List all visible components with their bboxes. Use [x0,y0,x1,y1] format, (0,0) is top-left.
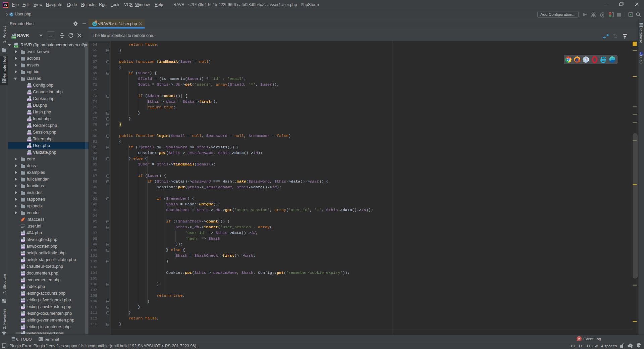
svg-text:PHP: PHP [28,133,32,135]
svg-text:PHP: PHP [21,320,25,322]
svg-text:PHP: PHP [21,300,25,302]
svg-text:PHP: PHP [28,126,32,128]
svg-text:PHP: PHP [28,119,32,121]
svg-text:PHP: PHP [28,112,32,114]
svg-text:PHP: PHP [21,294,25,296]
svg-text:PHP: PHP [21,280,25,282]
svg-text:PHP: PHP [28,99,32,101]
svg-text:PHP: PHP [21,273,25,276]
svg-text:PHP: PHP [21,267,25,269]
svg-text:FTP: FTP [14,46,18,48]
svg-text:PHP: PHP [21,307,25,309]
svg-text:PHP: PHP [28,146,32,148]
svg-text:PHP: PHP [21,247,25,249]
svg-text:PHP: PHP [21,233,25,235]
svg-text:PHP: PHP [21,314,25,316]
svg-text:PHP: PHP [21,327,25,329]
svg-text:PHP: PHP [28,92,32,94]
svg-text:PHP: PHP [28,139,32,141]
svg-text:PHP: PHP [28,106,32,108]
svg-text:PHP: PHP [21,240,25,242]
svg-text:2: 2 [578,337,580,341]
svg-text:PHP: PHP [28,153,32,155]
svg-text:PHP: PHP [21,253,25,255]
svg-text:PHP: PHP [21,260,25,262]
svg-text:PHP: PHP [21,287,25,289]
svg-text:?: ? [629,344,631,347]
svg-text:FTP: FTP [12,37,15,39]
svg-text:PHP: PHP [28,86,32,88]
